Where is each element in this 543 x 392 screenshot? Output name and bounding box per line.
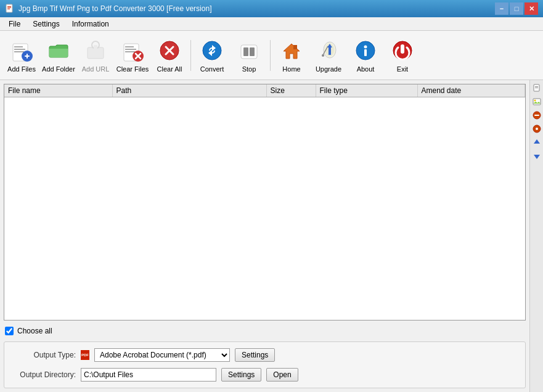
add-files-button[interactable]: Add Files — [4, 35, 39, 76]
sidebar-down-btn[interactable] — [531, 150, 542, 161]
svg-point-32 — [322, 54, 324, 57]
upgrade-label: Upgrade — [316, 65, 341, 73]
clear-all-label: Clear All — [157, 65, 182, 73]
choose-all-checkbox[interactable] — [5, 327, 14, 335]
col-path: Path — [112, 84, 266, 97]
svg-rect-3 — [7, 9, 10, 9]
stop-button[interactable]: Stop — [231, 35, 267, 76]
convert-icon — [199, 38, 225, 63]
svg-point-34 — [364, 46, 367, 49]
exit-icon — [390, 38, 415, 63]
svg-rect-6 — [14, 49, 25, 50]
add-url-label: Add URL — [82, 65, 110, 73]
sidebar-settings-btn[interactable] — [531, 123, 542, 134]
svg-rect-5 — [14, 46, 23, 47]
svg-rect-15 — [125, 46, 134, 47]
about-button[interactable]: About — [348, 35, 383, 76]
clear-all-button[interactable]: Clear All — [152, 35, 187, 76]
svg-point-46 — [536, 128, 538, 130]
pdf-icon-small: PDF — [81, 350, 89, 360]
svg-rect-39 — [535, 86, 538, 87]
exit-button[interactable]: Exit — [385, 35, 420, 76]
output-settings-panel: Output Type: PDF Adobe Acrobat Document … — [4, 341, 526, 388]
convert-button[interactable]: Convert — [194, 35, 230, 76]
stop-label: Stop — [242, 65, 256, 73]
svg-rect-10 — [27, 54, 28, 59]
output-dir-settings-button[interactable]: Settings — [221, 368, 261, 382]
svg-rect-26 — [243, 47, 248, 56]
menu-settings[interactable]: Settings — [27, 18, 65, 30]
svg-rect-35 — [364, 49, 367, 56]
stop-icon — [236, 38, 262, 63]
about-label: About — [357, 65, 375, 73]
output-type-settings-button[interactable]: Settings — [235, 348, 275, 362]
add-files-label: Add Files — [7, 65, 36, 73]
add-files-icon — [9, 38, 35, 63]
home-button[interactable]: Home — [274, 35, 309, 76]
menu-bar: File Settings Information — [0, 17, 543, 31]
svg-rect-1 — [7, 6, 11, 7]
menu-information[interactable]: Information — [66, 18, 115, 30]
output-dir-open-button[interactable]: Open — [266, 368, 298, 382]
col-size: Size — [266, 84, 316, 97]
svg-marker-47 — [534, 139, 540, 144]
toolbar-separator-1 — [190, 40, 191, 71]
clear-files-label: Clear Files — [116, 65, 149, 73]
home-icon — [279, 38, 304, 63]
home-label: Home — [282, 65, 300, 73]
convert-label: Convert — [200, 65, 224, 73]
svg-rect-13 — [94, 45, 97, 51]
svg-rect-37 — [401, 44, 404, 54]
col-amenddate: Amend date — [417, 84, 525, 97]
file-table: File name Path Size File type Amend date — [4, 84, 525, 97]
content-area: File name Path Size File type Amend date… — [0, 80, 529, 392]
sidebar-image-btn[interactable] — [531, 96, 542, 107]
add-folder-icon — [46, 38, 71, 63]
title-controls: − □ ✕ — [495, 2, 538, 15]
about-icon — [353, 38, 378, 63]
svg-rect-7 — [14, 51, 24, 52]
output-type-label: Output Type: — [14, 351, 76, 359]
sidebar-remove-btn[interactable] — [531, 110, 542, 121]
output-type-select[interactable]: Adobe Acrobat Document (*.pdf) — [94, 348, 230, 362]
add-url-icon — [83, 38, 108, 63]
file-table-container[interactable]: File name Path Size File type Amend date — [4, 84, 526, 321]
exit-label: Exit — [397, 65, 408, 73]
close-button[interactable]: ✕ — [525, 2, 538, 15]
output-dir-input[interactable] — [81, 368, 216, 382]
add-url-button: Add URL — [78, 35, 113, 76]
choose-all-label: Choose all — [17, 327, 52, 335]
svg-point-42 — [534, 100, 536, 102]
svg-rect-40 — [535, 88, 538, 88]
svg-rect-28 — [293, 45, 297, 49]
svg-rect-16 — [125, 49, 136, 50]
col-filetype: File type — [316, 84, 417, 97]
svg-rect-17 — [125, 51, 135, 52]
menu-file[interactable]: File — [2, 18, 27, 30]
upgrade-icon — [316, 38, 341, 63]
toolbar-separator-2 — [270, 40, 271, 71]
output-type-row: Output Type: PDF Adobe Acrobat Document … — [14, 348, 515, 362]
sidebar-up-btn[interactable] — [531, 137, 542, 148]
title-bar-left: Jpg Bmp Tif Wmf Png to Pdf Converter 300… — [5, 4, 211, 14]
app-icon — [5, 4, 15, 14]
add-folder-button[interactable]: Add Folder — [41, 35, 76, 76]
main-area: File name Path Size File type Amend date… — [0, 80, 543, 392]
minimize-button[interactable]: − — [495, 2, 508, 15]
sidebar-page-btn[interactable] — [531, 83, 542, 94]
svg-rect-27 — [250, 47, 255, 56]
clear-files-button[interactable]: Clear Files — [115, 35, 150, 76]
upgrade-button[interactable]: Upgrade — [311, 35, 346, 76]
output-dir-label: Output Directory: — [14, 370, 76, 379]
add-folder-label: Add Folder — [42, 65, 75, 73]
svg-rect-25 — [241, 45, 257, 59]
svg-rect-41 — [533, 99, 541, 105]
svg-rect-2 — [7, 7, 11, 8]
output-dir-row: Output Directory: Settings Open — [14, 368, 515, 382]
choose-all-row: Choose all — [4, 324, 526, 338]
window-title: Jpg Bmp Tif Wmf Png to Pdf Converter 300… — [18, 4, 211, 13]
svg-rect-0 — [6, 4, 12, 12]
maximize-button[interactable]: □ — [510, 2, 523, 15]
col-filename: File name — [4, 84, 112, 97]
clear-all-icon — [157, 38, 182, 63]
